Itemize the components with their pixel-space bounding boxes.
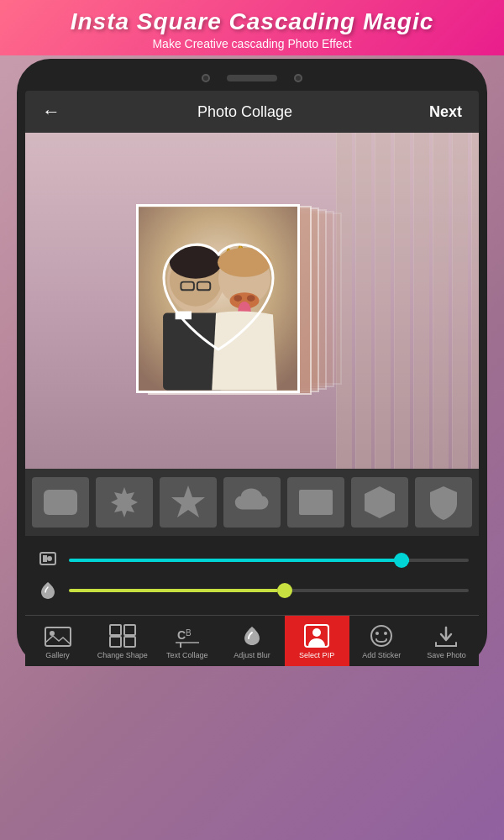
save-photo-button[interactable]: Save Photo — [414, 616, 479, 666]
adjust-blur-button[interactable]: Adjust Blur — [219, 616, 284, 666]
brightness-thumb[interactable] — [394, 553, 409, 568]
svg-rect-21 — [45, 627, 71, 646]
shape-btn-hexagon[interactable] — [351, 477, 408, 528]
select-pip-label: Select PIP — [299, 651, 334, 659]
svg-text:C: C — [177, 628, 186, 642]
blur-thumb[interactable] — [277, 583, 292, 598]
phone-speaker — [227, 75, 277, 81]
svg-point-13 — [247, 295, 255, 302]
phone-frame: ← Photo Collage Next — [17, 59, 487, 666]
text-collage-button[interactable]: C B Text Collage — [155, 616, 219, 666]
svg-point-20 — [47, 556, 52, 561]
text-collage-icon: C B — [172, 622, 202, 649]
main-photo-frame — [136, 204, 300, 393]
brightness-slider[interactable] — [69, 559, 469, 562]
change-shape-button[interactable]: Change Shape — [90, 616, 155, 666]
add-sticker-label: Add Sticker — [362, 651, 401, 659]
phone-camera — [202, 74, 210, 82]
svg-point-10 — [218, 248, 271, 277]
change-shape-label: Change Shape — [97, 651, 148, 659]
shape-bar — [25, 469, 479, 536]
svg-rect-3 — [176, 312, 192, 320]
svg-point-30 — [312, 628, 321, 637]
blur-icon — [35, 578, 60, 603]
shape-btn-shield[interactable] — [415, 477, 472, 528]
svg-rect-16 — [299, 490, 333, 515]
phone-camera-2 — [294, 74, 302, 82]
blur-slider[interactable] — [69, 589, 469, 592]
phone-top-bar — [25, 74, 479, 82]
shape-btn-badge[interactable] — [96, 477, 153, 528]
svg-point-31 — [371, 626, 391, 646]
gallery-label: Gallery — [45, 651, 70, 659]
add-sticker-icon — [366, 622, 396, 649]
svg-point-33 — [384, 632, 387, 635]
text-collage-label: Text Collage — [166, 651, 208, 659]
next-button[interactable]: Next — [429, 103, 462, 121]
couple-photo-svg — [139, 207, 297, 391]
svg-point-12 — [234, 295, 243, 302]
svg-rect-19 — [43, 555, 47, 562]
bg-stripes — [336, 133, 479, 469]
brightness-icon — [35, 548, 60, 573]
svg-point-22 — [50, 631, 55, 636]
add-sticker-button[interactable]: Add Sticker — [349, 616, 414, 666]
svg-rect-15 — [44, 490, 77, 515]
photo-stack — [136, 204, 304, 397]
shape-btn-rect[interactable] — [287, 477, 344, 528]
svg-rect-26 — [124, 637, 135, 647]
sliders-section — [25, 536, 479, 615]
gallery-button[interactable]: Gallery — [25, 616, 90, 666]
svg-rect-23 — [110, 625, 121, 635]
adjust-blur-label: Adjust Blur — [234, 651, 270, 659]
app-header: Insta Square Cascading Magic Make Creati… — [0, 0, 504, 55]
svg-text:B: B — [186, 628, 192, 638]
select-pip-button[interactable]: Select PIP — [285, 616, 349, 666]
select-pip-icon — [302, 622, 332, 649]
svg-marker-17 — [365, 486, 395, 518]
nav-bar: ← Photo Collage Next — [25, 91, 479, 133]
save-photo-icon — [431, 622, 461, 649]
blur-slider-row — [35, 578, 469, 603]
app-subtitle: Make Creative cascading Photo Effect — [0, 37, 504, 50]
back-button[interactable]: ← — [42, 101, 60, 123]
nav-title: Photo Collage — [197, 103, 292, 121]
shape-btn-cloud[interactable] — [223, 477, 281, 528]
bottom-toolbar: Gallery Change Shape C B — [25, 615, 479, 666]
svg-point-5 — [170, 246, 222, 279]
save-photo-label: Save Photo — [427, 651, 466, 659]
adjust-blur-icon — [237, 622, 267, 649]
shape-btn-star[interactable] — [160, 477, 217, 528]
svg-rect-24 — [124, 625, 135, 635]
app-title: Insta Square Cascading Magic — [0, 8, 504, 35]
collage-area — [25, 133, 479, 469]
gallery-icon — [43, 622, 73, 649]
svg-rect-25 — [110, 637, 121, 647]
change-shape-icon — [108, 622, 138, 649]
shape-btn-rounded-rect[interactable] — [32, 477, 89, 528]
brightness-slider-row — [35, 548, 469, 573]
svg-point-32 — [375, 632, 379, 635]
